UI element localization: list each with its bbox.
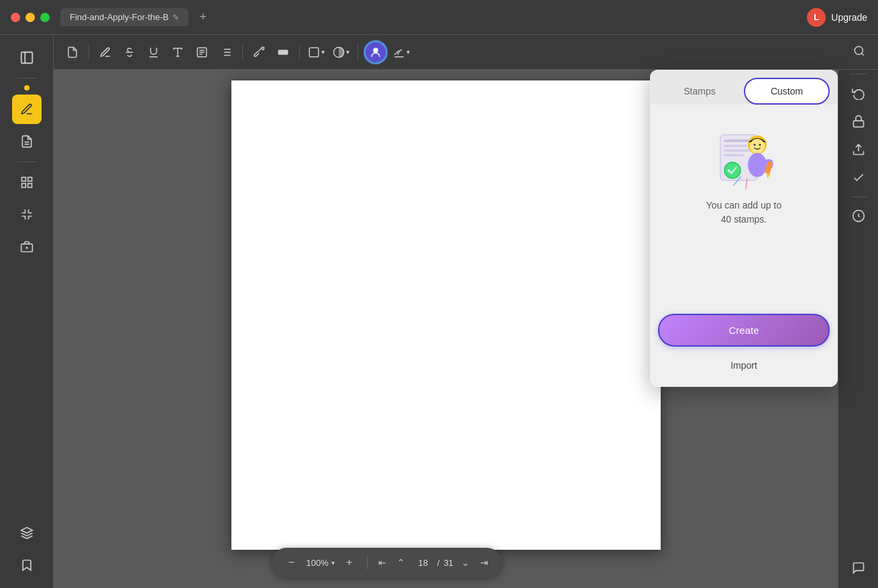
stamp-actions: Create Import	[650, 306, 838, 387]
svg-rect-42	[724, 154, 744, 156]
pencil-tool-button[interactable]	[95, 42, 116, 63]
zoom-level: 100% ▾	[307, 558, 335, 568]
tab-edit-icon[interactable]: ✎	[172, 13, 179, 22]
svg-rect-27	[278, 50, 288, 54]
svg-rect-0	[21, 52, 32, 64]
svg-rect-6	[21, 184, 25, 188]
page-next-button[interactable]: ⌄	[459, 556, 472, 569]
share-button[interactable]	[846, 137, 871, 162]
page-first-button[interactable]: ⇤	[376, 556, 389, 569]
total-pages: 31	[443, 558, 453, 568]
svg-point-46	[754, 144, 756, 146]
redact-tool-button[interactable]	[272, 42, 294, 63]
pdf-page	[231, 80, 661, 550]
svg-rect-7	[28, 184, 32, 188]
upgrade-button[interactable]: L Upgrade	[807, 8, 867, 27]
document-tab[interactable]: Find-and-Apply-For-the-B ✎	[60, 8, 188, 26]
sidebar-item-pages[interactable]	[12, 168, 42, 197]
minimize-button[interactable]	[25, 13, 35, 22]
svg-point-48	[748, 153, 767, 177]
toolbar-divider-4	[358, 44, 358, 60]
toolbar-divider-1	[89, 44, 89, 60]
close-button[interactable]	[11, 13, 20, 22]
right-sidebar: OCR	[838, 35, 878, 588]
zoom-dropdown-icon[interactable]: ▾	[331, 559, 335, 567]
stamp-panel: Stamps Custom	[650, 70, 838, 387]
note-tool-button[interactable]	[62, 42, 83, 63]
stamp-tool-button[interactable]	[364, 40, 388, 64]
right-sidebar-divider-1	[850, 74, 867, 74]
search-button[interactable]	[848, 42, 870, 63]
stamp-description: You can add up to 40 stamps.	[706, 198, 781, 227]
left-sidebar	[0, 35, 54, 588]
titlebar: Find-and-Apply-For-the-B ✎ + L Upgrade	[0, 0, 878, 35]
svg-point-45	[750, 139, 765, 154]
active-indicator	[24, 85, 30, 91]
bottom-divider	[367, 556, 368, 569]
sidebar-item-crop[interactable]	[12, 200, 42, 229]
stamp-tabs: Stamps Custom	[650, 70, 838, 105]
lock-button[interactable]	[846, 109, 871, 133]
convert-button[interactable]	[846, 81, 871, 105]
stamp-content: You can add up to 40 stamps.	[650, 105, 838, 306]
right-sidebar-divider-2	[850, 196, 867, 197]
sidebar-divider-2	[17, 162, 37, 162]
svg-marker-50	[765, 173, 771, 178]
zoom-in-button[interactable]: +	[340, 553, 359, 572]
maximize-button[interactable]	[40, 13, 50, 22]
svg-rect-39	[724, 139, 751, 142]
page-number-input[interactable]	[413, 558, 433, 568]
list-tool-button[interactable]	[215, 42, 237, 63]
sidebar-item-highlight[interactable]	[12, 95, 42, 124]
signature-tool-button[interactable]: ▾	[390, 44, 413, 61]
bottom-toolbar: − 100% ▾ + ⇤ ⌃ / 31 ⌄ ⇥	[272, 548, 502, 577]
strikethrough-tool-button[interactable]	[119, 42, 140, 63]
custom-tab[interactable]: Custom	[744, 78, 830, 105]
sidebar-item-panel[interactable]	[12, 43, 42, 72]
color-tool-button[interactable]: ▾	[330, 44, 352, 61]
text-tool-button[interactable]	[167, 42, 188, 63]
svg-marker-11	[21, 528, 32, 533]
window-controls	[11, 13, 50, 22]
svg-point-47	[759, 144, 761, 146]
sidebar-item-tools[interactable]	[12, 232, 42, 261]
svg-line-26	[258, 48, 262, 52]
sidebar-item-layers[interactable]	[12, 518, 42, 548]
avatar: L	[807, 8, 826, 27]
sidebar-item-annotate[interactable]	[12, 127, 42, 156]
svg-rect-5	[28, 178, 32, 182]
highlight-tool-button[interactable]	[248, 42, 270, 63]
import-stamp-button[interactable]: Import	[658, 352, 830, 379]
text2-tool-button[interactable]	[191, 42, 213, 63]
svg-line-34	[861, 53, 863, 55]
add-tab-button[interactable]: +	[194, 7, 212, 27]
page-prev-button[interactable]: ⌃	[394, 556, 408, 569]
svg-rect-40	[724, 145, 747, 147]
page-navigation: / 31	[413, 558, 453, 568]
svg-point-31	[375, 49, 377, 51]
tab-label: Find-and-Apply-For-the-B	[70, 12, 168, 22]
upgrade-label: Upgrade	[831, 12, 867, 23]
save-button[interactable]	[846, 204, 871, 228]
zoom-out-button[interactable]: −	[282, 553, 301, 572]
shape-tool-button[interactable]: ▾	[305, 44, 327, 61]
stamp-illustration	[707, 125, 781, 198]
svg-rect-28	[309, 48, 319, 57]
tab-area: Find-and-Apply-For-the-B ✎ +	[60, 7, 212, 27]
svg-rect-35	[853, 121, 863, 127]
main-layout: ▾ ▾ ▾	[0, 35, 878, 588]
page-last-button[interactable]: ⇥	[478, 556, 491, 569]
create-stamp-button[interactable]: Create	[658, 314, 830, 347]
sidebar-item-bookmark[interactable]	[12, 550, 42, 580]
svg-rect-41	[724, 150, 749, 152]
sidebar-divider-1	[17, 78, 37, 78]
toolbar-divider-3	[299, 44, 300, 60]
comment-button[interactable]	[846, 556, 871, 580]
toolbar: ▾ ▾ ▾	[54, 35, 878, 70]
svg-rect-4	[21, 178, 25, 182]
check-button[interactable]	[846, 166, 871, 190]
underline-tool-button[interactable]	[143, 42, 164, 63]
stamps-tab[interactable]: Stamps	[658, 78, 741, 105]
svg-point-33	[855, 46, 863, 54]
toolbar-divider-2	[242, 44, 243, 60]
